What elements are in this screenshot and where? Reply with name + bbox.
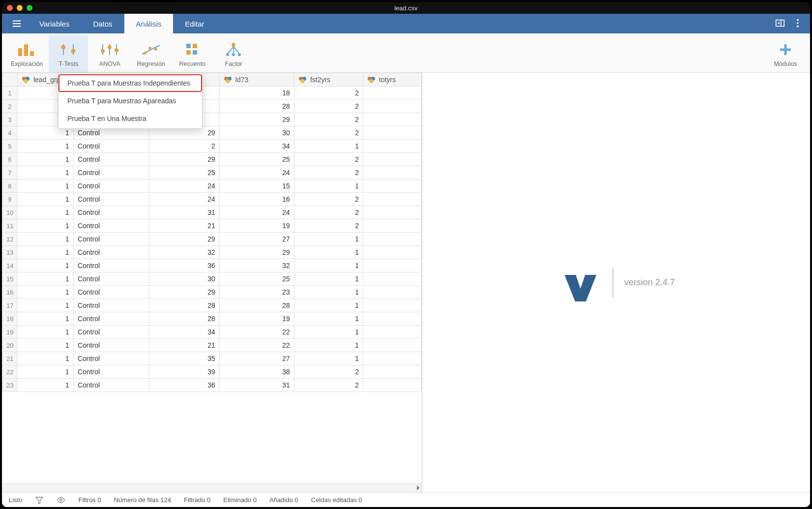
cell-lead_grp[interactable]: 1	[17, 326, 73, 339]
cell-ld73[interactable]: 25	[219, 153, 294, 166]
cell-lead_grp[interactable]: 1	[17, 166, 73, 180]
cell-lead_grp[interactable]: 1	[17, 272, 73, 286]
cell-fst2yrs[interactable]: 1	[294, 286, 363, 299]
cell-lead_grp[interactable]: 1	[17, 299, 73, 312]
cell-lead_grp[interactable]: 1	[17, 365, 73, 379]
cell-totyrs[interactable]	[363, 180, 422, 193]
cell-ld72[interactable]: 36	[149, 379, 220, 392]
cell-fst2yrs[interactable]: 1	[294, 180, 363, 193]
minimize-window-button[interactable]	[17, 5, 23, 11]
ribbon-regression[interactable]: Regresión	[131, 35, 171, 72]
cell-group[interactable]: Control	[73, 326, 149, 339]
cell-fst2yrs[interactable]: 2	[294, 206, 363, 219]
cell-totyrs[interactable]	[363, 299, 422, 312]
cell-ld72[interactable]: 29	[149, 233, 220, 246]
cell-lead_grp[interactable]: 1	[17, 352, 73, 365]
col-header-totyrs[interactable]: totyrs	[363, 73, 422, 87]
cell-group[interactable]: Control	[73, 153, 149, 166]
tab-variables[interactable]: Variables	[28, 14, 81, 33]
cell-group[interactable]: Control	[73, 166, 149, 180]
cell-lead_grp[interactable]: 1	[17, 193, 73, 206]
cell-totyrs[interactable]	[363, 259, 422, 272]
cell-ld73[interactable]: 15	[219, 180, 294, 193]
cell-ld72[interactable]: 34	[149, 326, 220, 339]
cell-lead_grp[interactable]: 1	[17, 153, 73, 166]
cell-totyrs[interactable]	[363, 272, 422, 286]
cell-ld72[interactable]: 28	[149, 299, 220, 312]
cell-fst2yrs[interactable]: 2	[294, 379, 363, 392]
cell-fst2yrs[interactable]: 1	[294, 140, 363, 153]
table-row[interactable]: 171Control28281	[2, 299, 422, 312]
filter-icon[interactable]	[35, 496, 44, 505]
cell-totyrs[interactable]	[363, 219, 422, 233]
cell-group[interactable]: Control	[73, 365, 149, 379]
cell-ld72[interactable]: 24	[149, 193, 220, 206]
table-row[interactable]: 151Control30251	[2, 272, 422, 286]
cell-lead_grp[interactable]: 1	[17, 312, 73, 326]
cell-ld73[interactable]: 30	[219, 126, 294, 140]
cell-ld73[interactable]: 22	[219, 339, 294, 352]
table-row[interactable]: 61Control29252	[2, 153, 422, 166]
cell-group[interactable]: Control	[73, 206, 149, 219]
cell-totyrs[interactable]	[363, 326, 422, 339]
cell-ld73[interactable]: 31	[219, 379, 294, 392]
cell-fst2yrs[interactable]: 1	[294, 272, 363, 286]
table-row[interactable]: 161Control29231	[2, 286, 422, 299]
cell-lead_grp[interactable]: 1	[17, 286, 73, 299]
cell-fst2yrs[interactable]: 1	[294, 233, 363, 246]
cell-totyrs[interactable]	[363, 166, 422, 180]
tab-analysis[interactable]: Análisis	[124, 14, 174, 33]
cell-ld73[interactable]: 27	[219, 352, 294, 365]
cell-group[interactable]: Control	[73, 286, 149, 299]
table-row[interactable]: 221Control39382	[2, 365, 422, 379]
table-row[interactable]: 71Control25242	[2, 166, 422, 180]
table-row[interactable]: 181Control28191	[2, 312, 422, 326]
col-header-ld73[interactable]: ld73	[219, 73, 294, 87]
cell-group[interactable]: Control	[73, 379, 149, 392]
cell-fst2yrs[interactable]: 2	[294, 365, 363, 379]
ribbon-modules[interactable]: Módulos	[766, 35, 805, 72]
cell-lead_grp[interactable]: 1	[17, 233, 73, 246]
table-row[interactable]: 51Control2341	[2, 140, 422, 153]
cell-totyrs[interactable]	[363, 286, 422, 299]
ribbon-factor[interactable]: Factor	[214, 35, 253, 72]
horizontal-scrollbar[interactable]	[2, 483, 422, 492]
ribbon-exploration[interactable]: Exploración	[7, 35, 47, 72]
cell-lead_grp[interactable]: 1	[17, 379, 73, 392]
cell-ld72[interactable]: 2	[149, 140, 220, 153]
kebab-menu-icon[interactable]	[792, 18, 803, 30]
table-row[interactable]: 91Control24162	[2, 193, 422, 206]
cell-group[interactable]: Control	[73, 140, 149, 153]
cell-lead_grp[interactable]: 1	[17, 219, 73, 233]
cell-lead_grp[interactable]: 1	[17, 206, 73, 219]
sheet-scroll[interactable]: lead_grp ld73 fst2yrs totyrs 11822282329…	[2, 73, 422, 483]
table-row[interactable]: 211Control35271	[2, 352, 422, 365]
cell-ld72[interactable]: 36	[149, 259, 220, 272]
cell-ld73[interactable]: 18	[219, 87, 294, 100]
dd-independent-samples[interactable]: Prueba T para Muestras Independientes	[58, 74, 202, 92]
cell-ld73[interactable]: 27	[219, 233, 294, 246]
dd-one-sample[interactable]: Prueba T en Una Muestra	[58, 110, 202, 127]
cell-fst2yrs[interactable]: 2	[294, 126, 363, 140]
cell-ld72[interactable]: 30	[149, 272, 220, 286]
cell-totyrs[interactable]	[363, 312, 422, 326]
cell-lead_grp[interactable]: 1	[17, 246, 73, 259]
cell-ld72[interactable]: 21	[149, 219, 220, 233]
close-window-button[interactable]	[7, 5, 13, 11]
cell-ld72[interactable]: 31	[149, 206, 220, 219]
cell-ld72[interactable]: 21	[149, 339, 220, 352]
maximize-window-button[interactable]	[27, 5, 32, 11]
cell-ld72[interactable]: 28	[149, 312, 220, 326]
cell-fst2yrs[interactable]: 2	[294, 166, 363, 180]
cell-ld73[interactable]: 24	[219, 206, 294, 219]
cell-group[interactable]: Control	[73, 259, 149, 272]
ribbon-anova[interactable]: ANOVA	[90, 35, 129, 72]
hamburger-menu-button[interactable]	[6, 14, 28, 33]
cell-ld73[interactable]: 23	[219, 286, 294, 299]
cell-fst2yrs[interactable]: 1	[294, 339, 363, 352]
cell-group[interactable]: Control	[73, 193, 149, 206]
cell-ld72[interactable]: 25	[149, 166, 220, 180]
cell-totyrs[interactable]	[363, 140, 422, 153]
cell-totyrs[interactable]	[363, 365, 422, 379]
cell-ld73[interactable]: 28	[219, 299, 294, 312]
